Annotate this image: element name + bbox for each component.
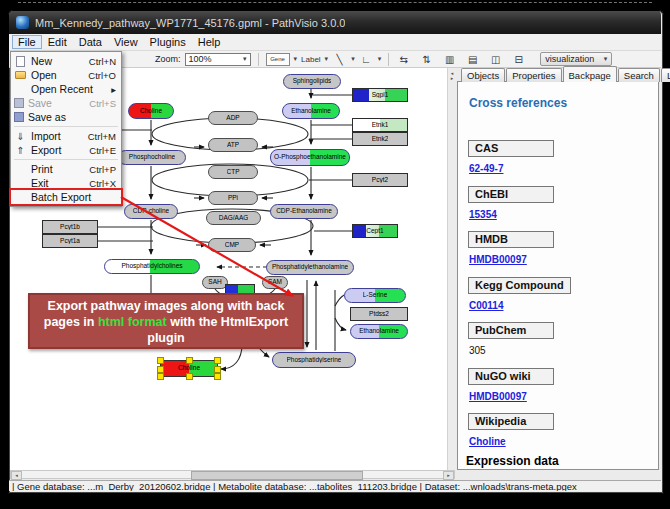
- node-ethanolamine-top[interactable]: Ethanolamine: [282, 103, 340, 119]
- xref-value-chebi[interactable]: 15354: [469, 209, 497, 220]
- selection-handle[interactable]: [214, 366, 221, 373]
- file-menu-item-save: SaveCtrl+S: [11, 96, 121, 110]
- shortcut-label: Ctrl+X: [89, 178, 116, 189]
- chevron-down-icon[interactable]: ▾: [604, 55, 608, 63]
- selection-handle[interactable]: [157, 373, 164, 380]
- panel-splitter[interactable]: ◂▸: [447, 68, 456, 470]
- selection-handle[interactable]: [214, 357, 221, 364]
- file-menu-item-export[interactable]: ⇑ExportCtrl+E: [11, 143, 121, 157]
- node-cdp-ethanolamine[interactable]: CDP-Ethanolamine: [270, 204, 338, 219]
- stack-vertical-icon[interactable]: ◫: [488, 52, 503, 66]
- node-pcyt2[interactable]: Pcyt2: [352, 173, 408, 187]
- node-label: ADP: [226, 115, 239, 122]
- xref-value-hmdb[interactable]: HMDB00097: [469, 254, 527, 265]
- scroll-right-icon[interactable]: ▸: [443, 471, 454, 480]
- file-menu-label: Print: [31, 163, 53, 175]
- tab-objects[interactable]: Objects: [461, 68, 505, 82]
- xref-value-nugo-wiki[interactable]: HMDB00097: [469, 391, 527, 402]
- file-menu-item-exit[interactable]: ExitCtrl+X: [11, 176, 121, 190]
- selection-handle[interactable]: [157, 357, 164, 364]
- node-sgpl1[interactable]: Sgpl1: [352, 88, 408, 102]
- node-phosphatidylethanolamine[interactable]: Phosphatidylethanolamine: [266, 260, 354, 275]
- splitter-collapse-icon[interactable]: ◂▸: [448, 71, 456, 81]
- file-menu-item-batch-export[interactable]: Batch Export: [11, 190, 121, 204]
- tab-legend[interactable]: Legend: [661, 68, 670, 82]
- file-menu-item-import[interactable]: ⇓ImportCtrl+M: [11, 129, 121, 143]
- align-center-horizontal-icon[interactable]: ⇆: [396, 52, 411, 66]
- selection-handle[interactable]: [186, 373, 193, 380]
- xref-value-kegg-compound[interactable]: C00114: [469, 300, 503, 311]
- node-adp[interactable]: ADP: [208, 111, 258, 125]
- scroll-left-icon[interactable]: ◂: [11, 471, 22, 480]
- distribute-horizontal-icon[interactable]: ▥: [442, 52, 457, 66]
- new-label-button[interactable]: Label: [301, 52, 321, 66]
- node-choline-selected[interactable]: Choline: [160, 360, 218, 377]
- file-menu-item-print[interactable]: PrintCtrl+P: [11, 162, 121, 176]
- node-dag-aag[interactable]: DAG/AAG: [206, 211, 261, 225]
- node-ptdss2[interactable]: Ptdss2: [350, 307, 408, 321]
- connector-tool-button[interactable]: ∟: [359, 52, 374, 66]
- xref-value-cas[interactable]: 62-49-7: [469, 163, 503, 174]
- stack-horizontal-icon[interactable]: ⊟: [511, 52, 526, 66]
- selection-handle[interactable]: [157, 366, 164, 373]
- new-datanode-button[interactable]: Gene: [266, 52, 290, 66]
- node-label: CDP-choline: [133, 208, 170, 215]
- node-choline-top[interactable]: Choline: [128, 103, 174, 119]
- node-phosphocholine[interactable]: Phosphocholine: [118, 150, 186, 165]
- visualization-combobox[interactable]: visualization ▾: [540, 52, 612, 66]
- file-menu-item-open[interactable]: OpenCtrl+O: [11, 68, 121, 82]
- line-dropdown-icon[interactable]: ▾: [351, 55, 355, 63]
- node-label: Etnk1: [372, 122, 389, 129]
- file-menu-item-new[interactable]: NewCtrl+N: [11, 54, 121, 68]
- node-atp[interactable]: ATP: [208, 138, 258, 152]
- menu-edit[interactable]: Edit: [42, 36, 73, 48]
- node-phosphatidylcholines[interactable]: Phosphatidylcholines: [104, 259, 200, 274]
- node-label: Etnk2: [372, 136, 389, 143]
- datanode-dropdown-icon[interactable]: ▾: [294, 55, 298, 63]
- label-dropdown-icon[interactable]: ▾: [325, 55, 329, 63]
- xref-value-wikipedia[interactable]: Choline: [469, 436, 506, 447]
- menu-plugins[interactable]: Plugins: [144, 36, 192, 48]
- node-etnk1[interactable]: Etnk1: [352, 118, 408, 132]
- file-menu-label: Save as: [28, 111, 66, 123]
- node-cmp[interactable]: CMP: [208, 238, 256, 252]
- file-menu-item-save-as[interactable]: Save as: [11, 110, 121, 124]
- node-phosphatidylserine[interactable]: Phosphatidylserine: [272, 352, 356, 368]
- node-o-phosphoethanolamine[interactable]: O-Phosphoethanolamine: [270, 149, 350, 166]
- file-menu: NewCtrl+NOpenCtrl+OOpen Recent▸SaveCtrl+…: [10, 51, 122, 207]
- selection-handle[interactable]: [214, 373, 221, 380]
- menu-view[interactable]: View: [108, 36, 144, 48]
- tab-search[interactable]: Search: [618, 68, 660, 82]
- node-sphingolipids[interactable]: Sphingolipids: [283, 74, 341, 89]
- node-ctp[interactable]: CTP: [208, 165, 258, 179]
- horizontal-scrollbar[interactable]: ◂ ▸: [10, 470, 455, 479]
- tab-properties[interactable]: Properties: [506, 68, 561, 82]
- file-menu-item-open-recent[interactable]: Open Recent▸: [11, 82, 121, 96]
- node-l-serine[interactable]: L-Serine: [344, 288, 406, 303]
- node-cept1[interactable]: Cept1: [352, 224, 398, 238]
- zoom-combobox[interactable]: 100% ▾: [185, 53, 251, 66]
- connector-dropdown-icon[interactable]: ▾: [378, 55, 382, 63]
- node-etnk2[interactable]: Etnk2: [352, 132, 408, 146]
- node-pcyt1a[interactable]: Pcyt1a: [42, 234, 98, 248]
- menu-file[interactable]: File: [12, 35, 42, 49]
- node-ppi[interactable]: PPi: [208, 191, 258, 205]
- node-ethanolamine-bottom[interactable]: Ethanolamine: [350, 324, 408, 339]
- callout-text-after: with the HtmlExport plugin: [147, 315, 288, 345]
- node-cdp-choline[interactable]: CDP-choline: [124, 204, 178, 219]
- align-center-vertical-icon[interactable]: ⇅: [419, 52, 434, 66]
- sidebar-tabs: ObjectsPropertiesBackpageSearchLegend: [461, 68, 670, 82]
- node-sam[interactable]: SAM: [262, 276, 288, 289]
- distribute-vertical-icon[interactable]: ▤: [465, 52, 480, 66]
- scrollbar-thumb[interactable]: [191, 471, 363, 480]
- line-tool-button[interactable]: ╲: [332, 52, 347, 66]
- title-bar[interactable]: Mm_Kennedy_pathway_WP1771_45176.gpml - P…: [9, 11, 661, 34]
- menu-data[interactable]: Data: [73, 36, 108, 48]
- menu-help[interactable]: Help: [192, 36, 227, 48]
- selection-handle[interactable]: [186, 357, 193, 364]
- node-pcyt1b[interactable]: Pcyt1b: [42, 220, 98, 234]
- tab-backpage[interactable]: Backpage: [563, 66, 617, 82]
- node-label: Choline: [140, 108, 162, 115]
- chevron-down-icon[interactable]: ▾: [243, 55, 247, 63]
- shortcut-label: Ctrl+N: [89, 56, 116, 67]
